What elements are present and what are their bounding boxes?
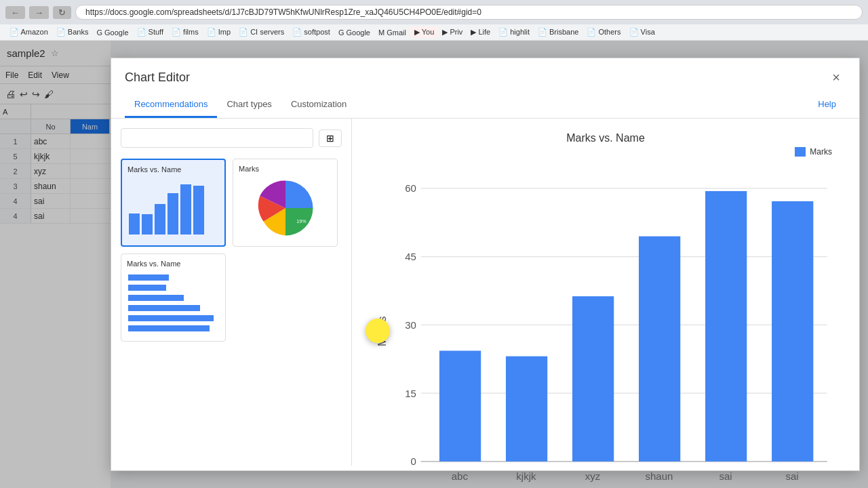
svg-rect-12 (439, 350, 481, 461)
chart-preview-title: Marks vs. Name (366, 132, 846, 144)
svg-text:45: 45 (405, 251, 416, 262)
browser-forward-btn[interactable]: → (29, 6, 49, 19)
thumb-title-pie: Marks (239, 165, 332, 173)
svg-rect-15 (639, 237, 680, 462)
svg-rect-14 (572, 296, 614, 462)
svg-text:15: 15 (405, 388, 416, 399)
svg-text:shaun: shaun (646, 470, 673, 482)
bookmark-amazon[interactable]: 📄 Amazon (5, 26, 52, 38)
close-button[interactable]: × (827, 68, 846, 87)
tab-chart-types[interactable]: Chart types (217, 92, 281, 118)
dialog-title: Chart Editor (125, 70, 190, 85)
svg-text:sai: sai (785, 470, 798, 482)
svg-text:abc: abc (452, 470, 469, 482)
cursor-indicator (366, 319, 390, 343)
legend-label: Marks (810, 147, 832, 157)
address-bar[interactable]: https://docs.google.com/spreadsheets/d/1… (75, 5, 863, 20)
bookmark-visa[interactable]: 📄 Visa (625, 26, 659, 38)
bookmark-gmail[interactable]: M Gmail (374, 27, 410, 38)
bookmark-priv[interactable]: ▶ Priv (438, 26, 467, 38)
grid-icon-button[interactable]: ⊞ (319, 129, 342, 147)
tab-customization[interactable]: Customization (281, 92, 356, 118)
data-range-input[interactable]: Sheet1!B3:C9 (121, 128, 313, 148)
svg-text:sai: sai (719, 470, 732, 482)
svg-text:kjkjk: kjkjk (516, 470, 536, 482)
bookmark-you[interactable]: ▶ You (410, 26, 438, 38)
svg-text:xyz: xyz (585, 470, 600, 482)
svg-text:19%: 19% (296, 218, 307, 224)
chart-thumb-pie[interactable]: Marks (233, 159, 338, 247)
bookmark-imp[interactable]: 📄 Imp (203, 26, 235, 38)
bookmark-highlit[interactable]: 📄 highlit (494, 26, 534, 38)
thumb-title-bar: Marks vs. Name (127, 165, 219, 174)
browser-refresh-btn[interactable]: ↻ (53, 6, 71, 19)
chart-editor-dialog: Chart Editor × Recommendations Chart typ… (111, 58, 860, 471)
bookmark-stuff[interactable]: 📄 Stuff (133, 26, 167, 38)
chart-thumb-hbar[interactable]: Marks vs. Name (121, 253, 226, 342)
bookmark-google2[interactable]: G Google (334, 27, 374, 38)
chart-thumb-bar[interactable]: Marks vs. Name (121, 159, 226, 247)
tab-recommendations[interactable]: Recommendations (125, 92, 217, 118)
help-link[interactable]: Help (808, 92, 846, 118)
bookmark-others[interactable]: 📄 Others (583, 26, 625, 38)
svg-text:30: 30 (405, 319, 416, 331)
svg-text:0: 0 (411, 455, 416, 467)
svg-rect-13 (506, 357, 547, 462)
browser-back-btn[interactable]: ← (5, 6, 25, 19)
bookmark-films[interactable]: 📄 films (167, 26, 203, 38)
bookmark-brisbane[interactable]: 📄 Brisbane (534, 26, 583, 38)
bookmark-life[interactable]: ▶ Life (467, 26, 494, 38)
bookmark-google1[interactable]: G Google (92, 27, 132, 38)
bookmark-softpost[interactable]: 📄 softpost (288, 26, 334, 38)
svg-text:60: 60 (405, 182, 416, 194)
bookmark-banks[interactable]: 📄 Banks (52, 26, 93, 38)
bookmark-ci[interactable]: 📄 CI servers (235, 26, 288, 38)
svg-rect-16 (705, 191, 747, 462)
thumb-title-hbar: Marks vs. Name (127, 260, 220, 268)
svg-rect-17 (772, 201, 813, 462)
